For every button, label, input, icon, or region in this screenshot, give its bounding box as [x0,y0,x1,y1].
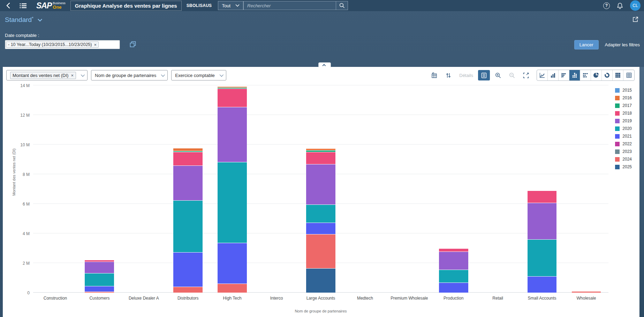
category-slot: Customers [77,85,122,293]
bar-segment-2021[interactable] [173,253,203,287]
bar-segment-2019[interactable] [439,252,468,270]
variant-selector[interactable]: Standard* [5,16,33,24]
bar-segment-2021[interactable] [218,243,247,284]
bar-segment-2018[interactable] [173,152,203,165]
dimension2-select[interactable]: Exercice comptable [171,70,226,80]
bar-segment-2024[interactable] [572,292,601,293]
menu-button[interactable] [16,0,30,11]
expand-icon [523,72,529,78]
bar-segment-2021[interactable] [85,286,114,292]
value-help-button[interactable] [130,41,136,49]
bar-segment-2020[interactable] [85,273,114,286]
stacked-bar-chart-button[interactable] [580,70,591,80]
legend-item-2022[interactable]: 2022 [615,141,632,146]
bar-segment-2018[interactable] [528,191,557,203]
date-filter-input[interactable]: - 10 Year...Today (10/23/2015...10/23/20… [5,40,120,49]
heatmap-button[interactable] [613,70,623,80]
bar-segment-2020[interactable] [173,201,203,252]
bar-segment-2021[interactable] [439,283,468,293]
bar-segment-2024[interactable] [306,234,335,268]
bar-segment-2017[interactable] [218,88,247,88]
system-name: SBOLISAUS [187,3,212,8]
bar-chart-button[interactable] [559,70,569,80]
run-button[interactable]: Lancer [574,40,599,49]
bar-segment-2024[interactable] [173,287,203,293]
x-axis-category-label: Large Accounts [299,296,343,301]
sort-button[interactable] [442,70,454,80]
bar-segment-2021[interactable] [306,223,335,234]
adapt-filters-link[interactable]: Adapter les filtres [605,42,640,47]
category-slot: Deluxe Dealer A [122,85,166,293]
legend-item-2020[interactable]: 2020 [615,126,632,131]
dimension1-select[interactable]: Nom de groupe de partenaires [91,70,168,80]
donut-chart-button[interactable] [602,70,613,80]
bar-segment-2016[interactable] [306,149,335,150]
legend-item-2017[interactable]: 2017 [615,103,632,108]
legend-item-2019[interactable]: 2019 [615,118,632,123]
legend-item-2023[interactable]: 2023 [615,149,632,154]
bar-segment-2025[interactable] [306,269,335,293]
bar-segment-2019[interactable] [173,166,203,200]
search-input[interactable] [244,1,336,10]
table-button[interactable] [623,70,634,80]
x-axis-category-label: Customers [77,296,122,301]
x-axis-category-label: Deluxe Dealer A [122,296,166,301]
toggle-legend-button[interactable] [478,70,490,80]
bar-segment-2019[interactable] [218,107,247,162]
bar-segment-2017[interactable] [306,150,335,152]
remove-measure-token-icon[interactable]: × [71,73,74,78]
bar-segment-2018[interactable] [85,260,114,262]
pie-chart-button[interactable] [591,70,602,80]
bar-segment-2021[interactable] [528,277,557,293]
date-filter-token[interactable]: - 10 Year...Today (10/23/2015...10/23/20… [6,41,99,48]
stacked-column-chart-button[interactable] [569,70,580,80]
x-axis-category-label: High Tech [210,296,255,301]
bar-segment-2019[interactable] [528,203,557,239]
back-button[interactable] [0,0,16,11]
variant-chevron-down-icon[interactable] [38,17,42,22]
legend-item-2025[interactable]: 2025 [615,164,632,169]
bar-segment-2020[interactable] [218,162,247,243]
bar-segment-2019[interactable] [306,164,335,204]
bar-segment-2018[interactable] [306,152,335,164]
legend-label: 2015 [622,88,632,93]
zoom-out-button[interactable] [506,70,518,80]
bar-segment-2020[interactable] [528,240,557,276]
bar-segment-2020[interactable] [306,205,335,223]
bar-segment-2019[interactable] [85,262,114,273]
zoom-in-button[interactable] [492,70,504,80]
legend-item-2021[interactable]: 2021 [615,134,632,139]
fullscreen-button[interactable] [520,70,532,80]
help-button[interactable]: ? [603,2,610,9]
notifications-button[interactable] [617,2,623,9]
export-button[interactable] [429,70,440,80]
legend-item-2024[interactable]: 2024 [615,157,632,162]
details-button[interactable]: Détails [456,73,476,78]
measure-select[interactable]: Montant des ventes net (DI) × [6,70,88,80]
bar-segment-2018[interactable] [439,249,468,252]
bar-segment-2018[interactable] [218,89,247,107]
search-scope-select[interactable]: Tout [218,1,243,10]
legend-item-2018[interactable]: 2018 [615,111,632,116]
bar-segment-2024[interactable] [85,292,114,293]
column-chart-button[interactable] [548,70,559,80]
bar-segment-2024[interactable] [218,284,247,293]
legend-item-2016[interactable]: 2016 [615,95,632,100]
remove-date-token-icon[interactable]: × [94,42,97,47]
legend-swatch [615,88,620,93]
bar-segment-2017[interactable] [173,151,203,152]
category-slot: Large Accounts [299,85,343,293]
legend-item-2015[interactable]: 2015 [615,88,632,93]
avatar[interactable]: CL [630,0,641,11]
category-slot: Small Accounts [520,85,564,293]
sap-business-one-logo[interactable]: SAP Business One [36,1,66,10]
search-submit-button[interactable] [336,1,348,10]
share-button[interactable] [632,16,638,24]
bar-segment-2016[interactable] [173,148,203,151]
bar-segment-2020[interactable] [439,270,468,283]
line-chart-button[interactable] [537,70,548,80]
stacked-bar-wholesale [572,292,601,293]
scrollbar[interactable] [639,67,644,317]
bar-segment-2016[interactable] [218,87,247,87]
collapse-header-button[interactable] [318,62,331,67]
